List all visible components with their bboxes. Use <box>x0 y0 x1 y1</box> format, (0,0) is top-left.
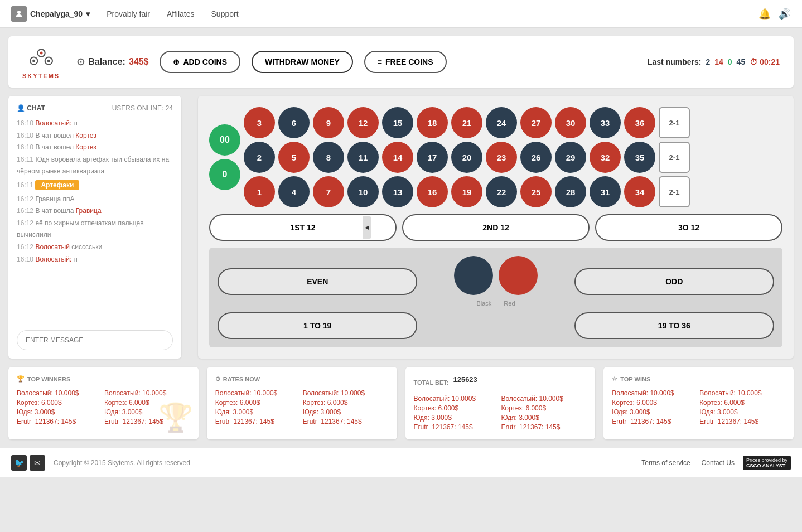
balance-display: ⊙ Balance: 345$ <box>76 56 148 68</box>
balance-icon: ⊙ <box>76 56 85 68</box>
social-icons: 🐦 ✉ <box>11 455 45 471</box>
nav-link-provably-fair[interactable]: Provably fair <box>107 9 150 18</box>
trophy-watermark: 🏆 <box>158 402 193 434</box>
top-navigation: Chepalyga_90 ▾ Provably fair Affilates S… <box>0 0 802 28</box>
list-item: Кортез: 6.000$ <box>17 399 103 407</box>
bell-icon[interactable]: 🔔 <box>758 8 771 20</box>
list-item: Кортез: 6.000$ <box>699 399 785 407</box>
trophy-icon: 🏆 <box>17 375 25 383</box>
avatar <box>11 6 27 22</box>
dozen-buttons: 1ST 12 2ND 12 3O 12 <box>209 214 782 241</box>
num-button-20[interactable]: 20 <box>451 142 482 173</box>
num-button-23[interactable]: 23 <box>486 142 517 173</box>
num-button-7[interactable]: 7 <box>313 176 344 207</box>
chat-collapse-arrow[interactable]: ◀ <box>363 216 371 239</box>
num-button-9[interactable]: 9 <box>313 107 344 138</box>
online-count: USERS ONLINE: 24 <box>112 104 173 112</box>
num-button-31[interactable]: 31 <box>590 176 621 207</box>
chat-header: 👤 CHAT USERS ONLINE: 24 <box>17 104 173 112</box>
num-button-15[interactable]: 15 <box>382 107 413 138</box>
num-button-1[interactable]: 1 <box>244 176 275 207</box>
num-button-29[interactable]: 29 <box>555 142 586 173</box>
timer-display: ⏱ 00:21 <box>750 57 780 66</box>
num-button-34[interactable]: 34 <box>624 176 655 207</box>
list-item: Юдя: 3.000$ <box>215 408 301 416</box>
mail-icon[interactable]: ✉ <box>30 455 45 471</box>
num-button-36[interactable]: 36 <box>624 107 655 138</box>
num-button-22[interactable]: 22 <box>486 176 517 207</box>
add-coins-button[interactable]: ⊕ ADD COINS <box>160 51 240 73</box>
num-button-6[interactable]: 6 <box>278 107 310 138</box>
num-button-4[interactable]: 4 <box>278 176 310 207</box>
list-item: Юдя: 3.000$ <box>414 414 500 422</box>
even-button[interactable]: EVEN <box>218 268 417 295</box>
num-button-17[interactable]: 17 <box>417 142 448 173</box>
num-button-21[interactable]: 21 <box>451 107 482 138</box>
nav-links: Provably fair Affilates Support <box>107 9 758 18</box>
num-button-14[interactable]: 14 <box>382 142 413 173</box>
num-button-26[interactable]: 26 <box>520 142 552 173</box>
num-button-13[interactable]: 13 <box>382 176 413 207</box>
num-button-18[interactable]: 18 <box>417 107 448 138</box>
contact-us-link[interactable]: Contact Us <box>702 459 735 467</box>
19-to-36-button[interactable]: 19 TO 36 <box>574 312 774 339</box>
dozen-third-button[interactable]: 3O 12 <box>595 214 782 241</box>
chat-input[interactable] <box>17 330 173 350</box>
num-button-3[interactable]: 3 <box>244 107 275 138</box>
nav-link-affilates[interactable]: Affilates <box>167 9 195 18</box>
copyright-text: Copyright © 2015 Skytems. All rights res… <box>54 459 190 467</box>
dozen-second-button[interactable]: 2ND 12 <box>402 214 590 241</box>
num-button-19[interactable]: 19 <box>451 176 482 207</box>
volume-icon[interactable]: 🔊 <box>779 8 791 20</box>
total-bet-label: TOTAL BET: <box>414 379 449 386</box>
num-button-30[interactable]: 30 <box>555 107 586 138</box>
even-odd-row: EVEN Black Red ODD <box>218 256 774 307</box>
twitter-icon[interactable]: 🐦 <box>11 455 27 471</box>
user-menu[interactable]: Chepalyga_90 ▾ <box>11 6 90 22</box>
list-item: 16:10 В чат вошел Кортез <box>17 130 173 142</box>
user-icon: 👤 <box>17 104 25 112</box>
red-color-button[interactable] <box>499 256 538 295</box>
withdraw-money-button[interactable]: WITHDRAW MONEY <box>252 51 353 73</box>
num-button-2[interactable]: 2 <box>244 142 275 173</box>
one-to-19-button[interactable]: 1 TO 19 <box>218 312 417 339</box>
num-button-5[interactable]: 5 <box>278 142 310 173</box>
list-item: Волосатый: 10.000$ <box>215 389 301 397</box>
num-button-33[interactable]: 33 <box>590 107 621 138</box>
num-button-27[interactable]: 27 <box>520 107 552 138</box>
footer: 🐦 ✉ Copyright © 2015 Skytems. All rights… <box>0 448 802 477</box>
num-button-28[interactable]: 28 <box>555 176 586 207</box>
zero-00-button[interactable]: 00 <box>209 124 240 156</box>
num-button-11[interactable]: 11 <box>347 142 379 173</box>
list-item: Erutr_121367: 145$ <box>612 418 698 425</box>
zero-0-button[interactable]: 0 <box>209 159 240 190</box>
zero-column: 00 0 <box>209 124 240 190</box>
ratio-btn-3[interactable]: 2-1 <box>659 176 690 207</box>
list-item: Кортез: 6.000$ <box>414 404 500 412</box>
nav-link-support[interactable]: Support <box>211 9 239 18</box>
ratio-btn-1[interactable]: 2-1 <box>659 107 690 138</box>
num-button-24[interactable]: 24 <box>486 107 517 138</box>
terms-of-service-link[interactable]: Terms of service <box>641 459 690 467</box>
num-button-32[interactable]: 32 <box>590 142 621 173</box>
list-item: Erutr_121367: 145$ <box>215 418 301 425</box>
balance-amount: 345$ <box>129 57 149 67</box>
black-color-button[interactable] <box>454 256 493 295</box>
num-button-10[interactable]: 10 <box>347 176 379 207</box>
num-button-16[interactable]: 16 <box>417 176 448 207</box>
rates-now-card: ⊙ RATES NOW Волосатый: 10.000$ Волосатый… <box>207 367 397 439</box>
num-button-35[interactable]: 35 <box>624 142 655 173</box>
num-button-12[interactable]: 12 <box>347 107 379 138</box>
ratio-btn-2[interactable]: 2-1 <box>659 142 690 173</box>
odd-button[interactable]: ODD <box>574 268 774 295</box>
username-label: Chepalyga_90 <box>30 9 83 18</box>
num-button-8[interactable]: 8 <box>313 142 344 173</box>
balance-label: Balance: <box>88 57 125 67</box>
list-item: 16:12 В чат вошла Гравица <box>17 205 173 217</box>
free-coins-button[interactable]: ≡ FREE COINS <box>364 51 447 73</box>
list-item: Юдя: 3.000$ <box>303 408 389 416</box>
rates-now-title: ⊙ RATES NOW <box>215 375 389 383</box>
num-button-25[interactable]: 25 <box>520 176 552 207</box>
list-item: Волосатый: 10.000$ <box>17 389 103 397</box>
list-item: Кортез: 6.000$ <box>215 399 301 407</box>
